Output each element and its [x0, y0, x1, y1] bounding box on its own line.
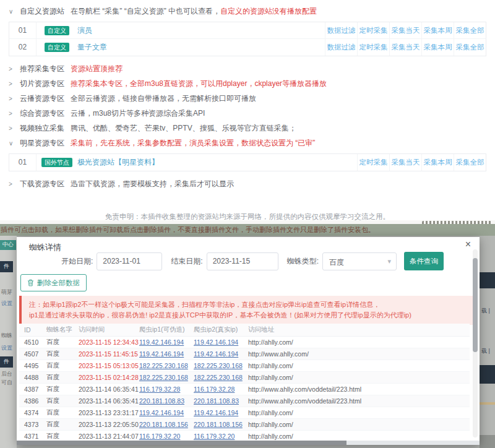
end-date-input[interactable]	[207, 252, 278, 270]
action-link[interactable]: 采集当天	[389, 39, 421, 56]
action-link[interactable]: 定时采集	[357, 154, 389, 171]
table-row: 4510百度2023-11-15 12:34:43119.42.146.1941…	[19, 337, 470, 348]
background-footer-band	[480, 435, 495, 448]
query-button[interactable]: 条件查询	[404, 252, 444, 270]
ip1-link[interactable]: 119.42.146.194	[139, 338, 184, 346]
notice-line-2: ip1是通过请求头获取的ip，很容易伪造! ip2是直接从TCP中获取的IP，基…	[29, 310, 470, 321]
spider-details-modal: 蜘蛛详情 × 开始日期: 结束日期: 蜘蛛类型: 百度 ▾ 条件查询 删除全部数…	[17, 237, 480, 445]
table-row: 4374百度2023-11-13 23:31:17119.42.146.1941…	[19, 407, 470, 419]
accordion-section-download[interactable]: > 下载资源专区 迅雷下载资源，需要模板支持，采集后才可以显示	[0, 176, 495, 191]
chevron-down-icon: ▾	[387, 257, 391, 265]
cell-ip1: 116.179.32.28	[139, 386, 194, 393]
close-icon[interactable]: ×	[465, 239, 471, 249]
cell-visit-url: http://ahlly.com/	[248, 374, 470, 381]
action-link[interactable]: 定时采集	[357, 39, 389, 56]
ip2-link[interactable]: 119.42.146.194	[194, 350, 238, 358]
cell-visit-time: 2023-11-14 06:35:41	[79, 386, 139, 393]
resource-row: 01国外节点极光资源站【明星资料】定时采集采集当天采集本周采集全部	[9, 154, 486, 171]
ip1-link[interactable]: 116.179.32.28	[139, 386, 180, 393]
star-resource-table: 01国外节点极光资源站【明星资料】定时采集采集当天采集本周采集全部	[9, 153, 486, 171]
ip1-link[interactable]: 182.225.230.168	[139, 362, 188, 369]
cell-spider-name: 百度	[46, 361, 79, 370]
vertical-scrollbar-thumb[interactable]	[473, 258, 478, 352]
cell-visit-url: http://www.ahlly.com/	[248, 350, 470, 358]
action-link[interactable]: 采集本周	[421, 22, 454, 39]
ip1-link[interactable]: 220.181.108.83	[139, 397, 184, 405]
cell-visit-time: 2023-11-13 23:31:17	[79, 409, 139, 416]
ip2-link[interactable]: 182.225.230.168	[194, 362, 243, 369]
action-link[interactable]: 采集全部	[454, 39, 486, 56]
section-desc: 在导航栏 “采集” “自定义资源” 中也可以查看，	[71, 6, 220, 17]
background-link-fragment: 设置	[1, 299, 12, 308]
cell-ip2: 116.179.32.28	[194, 386, 248, 393]
spider-type-select[interactable]: 百度 ▾	[322, 252, 397, 270]
accordion-section[interactable]: >视频独立采集腾讯、优酷、爱奇艺、芒果tv、PPTV、搜狐、乐视等官方直链采集；	[0, 121, 495, 136]
accordion-section[interactable]: >推荐采集专区资源站置顶推荐	[0, 61, 495, 76]
resource-row: 02自定义量子文章数据过滤定时采集采集当天采集本周采集全部	[9, 39, 486, 56]
resource-collection-page: ∨ 自定义资源站 在导航栏 “采集” “自定义资源” 中也可以查看， 自定义的资…	[0, 0, 495, 220]
cell-ip2: 182.225.230.168	[194, 374, 248, 381]
accordion-section-custom[interactable]: ∨ 自定义资源站 在导航栏 “采集” “自定义资源” 中也可以查看， 自定义的资…	[0, 4, 495, 19]
ip1-link[interactable]: 220.181.108.156	[139, 421, 188, 428]
action-link[interactable]: 定时采集	[357, 22, 389, 39]
start-date-input[interactable]	[97, 252, 162, 270]
action-link[interactable]: 采集本周	[421, 154, 454, 171]
cell-visit-url: http://ahlly.com/	[248, 409, 470, 416]
action-link[interactable]: 数据过滤	[325, 39, 357, 56]
resource-name-link[interactable]: 量子文章	[77, 42, 107, 53]
horizontal-scrollbar[interactable]	[17, 441, 480, 445]
cell-visit-time: 2023-11-13 22:05:50	[79, 421, 139, 428]
background-nav-block	[480, 272, 495, 288]
ip2-link[interactable]: 119.42.146.194	[194, 338, 238, 346]
ip2-link[interactable]: 220.181.108.156	[194, 421, 243, 428]
row-index: 02	[9, 39, 37, 56]
cell-spider-name: 百度	[46, 397, 79, 405]
chevron-right-icon: >	[9, 110, 15, 117]
action-link[interactable]: 采集全部	[454, 22, 486, 39]
resource-name-link[interactable]: 演员	[77, 25, 92, 36]
horizontal-scrollbar-thumb[interactable]	[17, 441, 346, 445]
ip2-link[interactable]: 119.42.146.194	[194, 409, 238, 416]
cell-ip2: 116.179.32.20	[194, 433, 248, 440]
cell-ip2: 220.181.108.83	[194, 397, 248, 405]
screen: ∨ 自定义资源站 在导航栏 “采集” “自定义资源” 中也可以查看， 自定义的资…	[0, 0, 495, 448]
cell-spider-name: 百度	[46, 432, 79, 440]
cell-id: 4386	[19, 397, 46, 405]
ip2-link[interactable]: 116.179.32.28	[194, 386, 235, 393]
column-header: 爬虫ip1(可伪造)	[139, 325, 194, 334]
ip1-link[interactable]: 119.42.146.194	[139, 409, 184, 416]
action-link[interactable]: 数据过滤	[325, 22, 357, 39]
chevron-down-icon: ∨	[9, 8, 15, 15]
ip2-link[interactable]: 116.179.32.20	[194, 433, 235, 440]
custom-resource-table: 01自定义演员数据过滤定时采集采集当天采集本周采集全部02自定义量子文章数据过滤…	[9, 22, 486, 56]
ip2-link[interactable]: 220.181.108.83	[194, 397, 239, 405]
action-link[interactable]: 采集当天	[389, 22, 421, 39]
cell-spider-name: 百度	[46, 420, 79, 429]
action-link[interactable]: 采集本周	[421, 39, 454, 56]
accordion-section[interactable]: >云播资源专区全部云播资源，链接自带播放器，无需解析接口即可播放	[0, 91, 495, 106]
badge-cell: 国外节点	[37, 158, 77, 167]
background-text-fragment: 可自	[1, 379, 12, 387]
accordion-section[interactable]: >切片资源专区推荐采集本专区，全部m3u8直链资源，可以用dplayer，ckp…	[0, 76, 495, 91]
background-text-fragment: 载 |	[481, 307, 490, 315]
ip1-link[interactable]: 119.42.146.194	[139, 350, 184, 358]
accordion-section[interactable]: ∨明星资源专区采集前，先在系统，采集参数配置，演员采集设置，数据状态设置为 “已…	[0, 136, 495, 150]
ip2-link[interactable]: 182.225.230.168	[194, 374, 243, 381]
trash-icon	[27, 279, 34, 286]
ip1-link[interactable]: 116.179.32.20	[139, 433, 180, 440]
section-title: 自定义资源站	[20, 6, 64, 17]
resource-name-link[interactable]: 极光资源站【明星资料】	[77, 157, 159, 168]
action-link[interactable]: 采集全部	[454, 154, 486, 171]
column-header: 爬虫ip2(真实ip)	[194, 325, 248, 334]
section-desc: 迅雷下载资源，需要模板支持，采集后才可以显示	[71, 179, 234, 189]
cell-visit-url: http://www.ahlly.com/voddetail/223.html	[248, 386, 470, 393]
ip1-link[interactable]: 182.225.230.168	[139, 374, 188, 381]
delete-all-label: 删除全部数据	[37, 278, 80, 288]
background-nav-block	[480, 365, 495, 384]
background-tab-fragment: 中心	[0, 240, 16, 250]
cell-ip1: 119.42.146.194	[139, 409, 194, 416]
accordion-section[interactable]: >综合资源专区云播，m3u8切片等多种资源综合采集API	[0, 106, 495, 121]
vertical-scrollbar[interactable]	[473, 249, 478, 437]
delete-all-button[interactable]: 删除全部数据	[20, 274, 87, 291]
action-link[interactable]: 采集当天	[389, 154, 421, 171]
